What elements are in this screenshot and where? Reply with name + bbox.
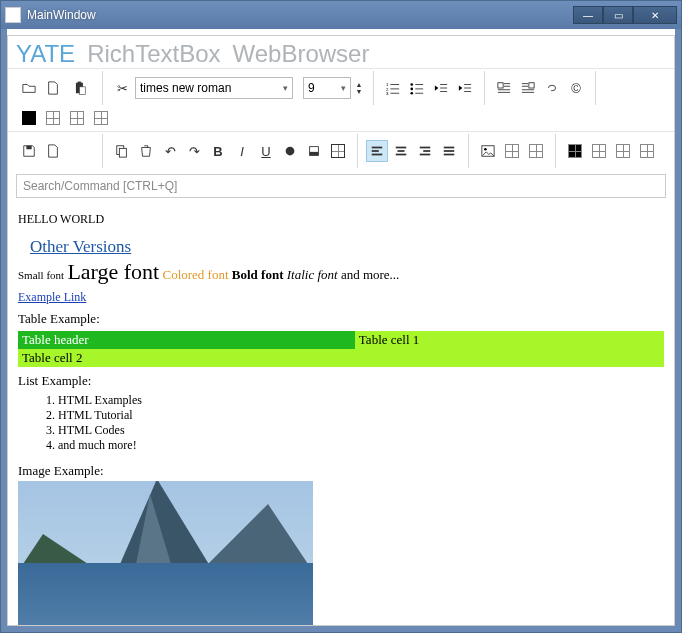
cut-button[interactable]: ✂ [111,77,133,99]
font-size-stepper[interactable]: ▲▼ [353,77,365,99]
toolbar-row-2: ↶ ↷ B I U [8,131,674,170]
bold-button[interactable]: B [207,140,229,162]
new-button[interactable] [42,77,64,99]
svg-point-13 [410,92,413,95]
table-cell: Table cell 1 [355,331,664,349]
align-right-button[interactable] [414,140,436,162]
client-area: YATE RichTextBox WebBrowser ✂ times new … [7,35,675,626]
tab-richtextbox[interactable]: RichTextBox [87,40,220,68]
example-table: Table header Table cell 1 Table cell 2 [18,331,664,367]
new-doc-button[interactable] [42,140,64,162]
list-item: HTML Codes [58,423,664,438]
image-label: Image Example: [18,463,664,479]
example-link[interactable]: Example Link [18,290,86,304]
table-cell [355,349,664,367]
table-row: Table cell 2 [18,349,664,367]
indent-button[interactable] [454,77,476,99]
list-item: HTML Tutorial [58,408,664,423]
svg-point-9 [410,83,413,86]
table-opt-4[interactable] [636,140,658,162]
tab-yate[interactable]: YATE [16,40,75,68]
tab-webbrowser[interactable]: WebBrowser [233,40,370,68]
svg-rect-26 [529,83,534,88]
example-list: HTML Examples HTML Tutorial HTML Codes a… [18,393,664,453]
colored-font-text: Colored font [162,267,228,282]
undo-button[interactable]: ↶ [159,140,181,162]
highlight-button[interactable] [303,140,325,162]
font-size-select[interactable]: 9▾ [303,77,351,99]
more-text: and more... [341,267,399,282]
italic-font-text: Italic font [287,267,338,282]
save-button[interactable] [18,140,40,162]
list-label: List Example: [18,373,664,389]
image-button[interactable] [477,140,499,162]
table-opt-1[interactable] [564,140,586,162]
svg-rect-36 [310,152,319,156]
text-color-button[interactable] [279,140,301,162]
table-cell-button-1[interactable] [501,140,523,162]
table-button-2[interactable] [66,107,88,129]
document-content[interactable]: HELLO WORLD Other Versions Small font La… [8,202,674,625]
table-opt-2[interactable] [588,140,610,162]
minimize-button[interactable]: — [573,6,603,24]
large-font-text: Large font [67,259,159,284]
redo-button[interactable]: ↷ [183,140,205,162]
table-button-1[interactable] [42,107,64,129]
table-label: Table Example: [18,311,664,327]
paste-button[interactable] [66,71,94,105]
list-numbered-button[interactable]: 123 [382,77,404,99]
svg-rect-33 [119,148,126,157]
bold-font-text: Bold font [232,267,284,282]
table-cell-button-2[interactable] [525,140,547,162]
svg-point-50 [484,148,487,151]
underline-button[interactable]: U [255,140,277,162]
list-bullet-button[interactable] [406,77,428,99]
font-demo-line: Small font Large font Colored font Bold … [18,259,664,285]
search-input[interactable]: Search/Command [CTRL+Q] [16,174,666,198]
maximize-button[interactable]: ▭ [603,6,633,24]
toolbar-row-1: ✂ times new roman▾ 9▾ ▲▼ 123 © [8,68,674,131]
copy-button[interactable] [111,140,133,162]
main-window: MainWindow — ▭ ✕ YATE RichTextBox WebBro… [0,0,682,633]
open-button[interactable] [18,77,40,99]
svg-rect-1 [78,82,82,84]
list-item: HTML Examples [58,393,664,408]
insert-table-button[interactable] [327,140,349,162]
titlebar: MainWindow — ▭ ✕ [1,1,681,29]
table-button-3[interactable] [90,107,112,129]
svg-rect-2 [79,87,85,95]
list-item: and much more! [58,438,664,453]
svg-text:3: 3 [386,91,389,95]
other-versions-link[interactable]: Other Versions [30,237,664,257]
italic-button[interactable]: I [231,140,253,162]
table-opt-3[interactable] [612,140,634,162]
app-icon [5,7,21,23]
align-justify-button[interactable] [438,140,460,162]
svg-rect-21 [498,83,503,88]
example-image [18,481,313,625]
svg-rect-31 [26,146,31,150]
svg-point-34 [286,147,295,156]
special-char-button[interactable]: © [565,77,587,99]
table-row: Table header Table cell 1 [18,331,664,349]
color-fill-button[interactable] [18,107,40,129]
font-family-select[interactable]: times new roman▾ [135,77,293,99]
flow-left-button[interactable] [493,77,515,99]
view-tabs: YATE RichTextBox WebBrowser [8,36,674,68]
close-button[interactable]: ✕ [633,6,677,24]
align-left-button[interactable] [366,140,388,162]
small-font-text: Small font [18,269,64,281]
font-family-value: times new roman [140,81,231,95]
flow-right-button[interactable] [517,77,539,99]
delete-button[interactable] [135,140,157,162]
chevron-down-icon: ▾ [283,83,288,93]
link-button[interactable] [541,77,563,99]
search-placeholder: Search/Command [CTRL+Q] [23,179,177,193]
align-center-button[interactable] [390,140,412,162]
window-title: MainWindow [27,8,573,22]
outdent-button[interactable] [430,77,452,99]
chevron-down-icon: ▾ [341,83,346,93]
svg-point-11 [410,88,413,91]
font-size-value: 9 [308,81,315,95]
table-cell: Table cell 2 [18,349,355,367]
